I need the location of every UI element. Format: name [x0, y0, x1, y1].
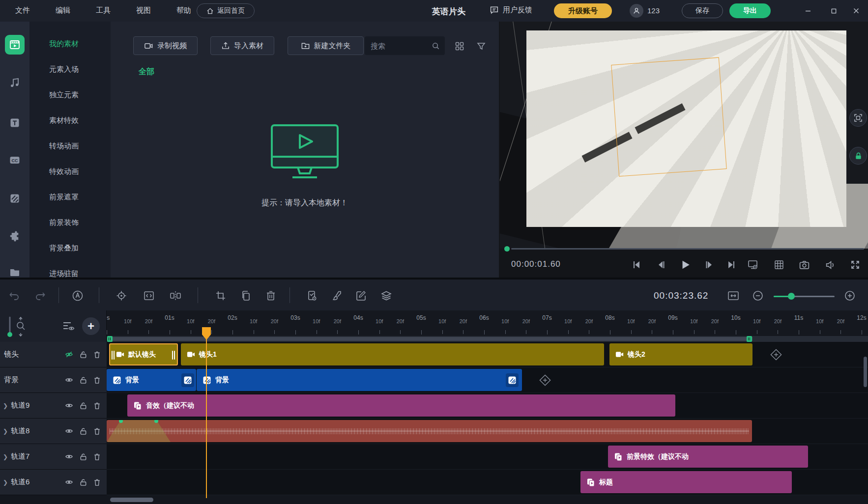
track-header[interactable]: 镜头	[0, 342, 107, 367]
layers-icon[interactable]	[380, 289, 393, 302]
sidebar-item-folder[interactable]	[8, 266, 21, 279]
category-element-entrance[interactable]: 元素入场	[29, 56, 111, 82]
play-button[interactable]	[679, 258, 692, 271]
close-button[interactable]	[850, 5, 862, 17]
timeline-clip[interactable]: 标题	[580, 471, 792, 493]
search-input[interactable]	[370, 41, 432, 51]
selection-outline[interactable]	[611, 57, 726, 177]
timeline-clip[interactable]: 镜头2	[609, 343, 752, 365]
clip-trim-handle[interactable]	[112, 351, 115, 360]
upgrade-account-button[interactable]: 升级账号	[554, 3, 612, 18]
track-expand-chevron[interactable]: ❯	[0, 428, 11, 435]
track-visibility-icon[interactable]	[65, 376, 73, 384]
timeline-pan-strip[interactable]	[107, 336, 868, 342]
redo-icon[interactable]	[34, 289, 47, 302]
account-name[interactable]: 123	[647, 6, 660, 15]
timeline-clip[interactable]: 前景特效（建议不动	[608, 446, 808, 468]
category-transitions[interactable]: 转场动画	[29, 133, 111, 159]
track-lock-icon[interactable]	[80, 453, 87, 461]
export-button[interactable]: 导出	[729, 3, 771, 18]
timeline-clip[interactable]: 音效（建议不动	[127, 394, 675, 417]
track-header[interactable]: ❯ 轨道6	[0, 470, 107, 495]
hscrollbar-thumb[interactable]	[110, 498, 153, 502]
next-frame-button[interactable]	[703, 258, 716, 271]
track-lane[interactable]: 音效（建议不动	[107, 393, 868, 419]
fullscreen-icon[interactable]	[849, 258, 862, 271]
preview-canvas[interactable]	[500, 22, 868, 249]
video-frame[interactable]	[526, 30, 846, 227]
add-keyframe-button[interactable]	[768, 347, 784, 363]
track-expand-chevron[interactable]: ❯	[0, 479, 11, 486]
fade-handle[interactable]	[119, 420, 123, 423]
work-area-start-handle[interactable]	[107, 336, 113, 342]
grid-view-icon[interactable]	[455, 41, 464, 51]
track-expand-chevron[interactable]: ❯	[0, 453, 11, 460]
category-effect-animations[interactable]: 特效动画	[29, 159, 111, 184]
track-delete-icon[interactable]	[93, 478, 101, 486]
sidebar-item-audio[interactable]	[8, 76, 21, 89]
track-header[interactable]: ❯ 轨道7	[0, 444, 107, 470]
menu-tools[interactable]: 工具	[96, 6, 111, 15]
minimize-button[interactable]	[802, 5, 814, 17]
display-settings-icon[interactable]	[747, 258, 759, 271]
track-lane[interactable]	[107, 419, 868, 444]
track-delete-icon[interactable]	[93, 427, 101, 435]
playhead-line[interactable]	[206, 328, 207, 498]
category-background-overlay[interactable]: 背景叠加	[29, 235, 111, 261]
record-video-button[interactable]: 录制视频	[133, 36, 198, 55]
track-lock-icon[interactable]	[80, 351, 87, 359]
split-clip-icon[interactable]	[169, 289, 182, 302]
track-height-slider[interactable]	[6, 315, 31, 338]
track-visibility-icon[interactable]	[65, 478, 73, 486]
add-keyframe-button[interactable]	[537, 372, 553, 388]
avatar[interactable]	[630, 4, 643, 18]
sidebar-item-text[interactable]	[8, 116, 21, 129]
sidebar-item-captions[interactable]: CC	[8, 154, 21, 167]
copy-icon[interactable]	[239, 289, 252, 302]
track-lane[interactable]: 前景特效（建议不动	[107, 444, 868, 470]
track-lock-icon[interactable]	[80, 402, 87, 410]
menu-help[interactable]: 帮助	[176, 6, 191, 15]
vscrollbar-thumb[interactable]	[864, 357, 867, 387]
filter-icon[interactable]	[476, 41, 486, 51]
add-track-button[interactable]: +	[82, 317, 100, 335]
track-visibility-off-icon[interactable]	[65, 350, 73, 359]
transition-badge[interactable]	[181, 373, 194, 387]
work-area-end-handle[interactable]	[747, 336, 752, 342]
fit-timeline-icon[interactable]	[727, 289, 740, 302]
track-visibility-icon[interactable]	[65, 427, 73, 435]
brush-icon[interactable]	[331, 289, 344, 302]
track-lane[interactable]: 标题	[107, 470, 868, 495]
category-foreground-masks[interactable]: 前景遮罩	[29, 184, 111, 210]
maximize-button[interactable]	[828, 5, 839, 17]
work-area-range[interactable]	[113, 337, 752, 341]
clip-trim-handle[interactable]	[172, 351, 175, 360]
undo-icon[interactable]	[8, 289, 21, 302]
save-button[interactable]: 保存	[682, 3, 723, 18]
track-visibility-icon[interactable]	[65, 452, 73, 461]
timeline-clip[interactable]: 镜头1	[181, 343, 604, 365]
track-header[interactable]: ❯ 轨道8	[0, 419, 107, 444]
track-visibility-icon[interactable]	[65, 401, 73, 410]
category-entrance-hold[interactable]: 进场驻留	[29, 261, 111, 278]
transition-badge[interactable]	[506, 373, 519, 387]
snapshot-camera-icon[interactable]	[798, 258, 810, 271]
search-icon[interactable]	[432, 42, 440, 50]
go-to-end-button[interactable]	[725, 258, 738, 271]
timeline-clip[interactable]: 背景	[197, 369, 522, 391]
back-home-button[interactable]: 返回首页	[197, 3, 255, 18]
category-foreground-decor[interactable]: 前景装饰	[29, 210, 111, 235]
sidebar-item-media-library[interactable]	[5, 35, 25, 55]
grid-overlay-icon[interactable]	[773, 258, 785, 271]
track-target-icon[interactable]	[115, 289, 128, 302]
timeline-ruler[interactable]: 0s10f20f01s10f20f02s10f20f03s10f20f04s10…	[107, 310, 868, 336]
seekbar-progress-dot[interactable]	[504, 246, 510, 252]
volume-icon[interactable]	[824, 258, 837, 271]
track-delete-icon[interactable]	[93, 376, 101, 384]
edit-icon[interactable]	[355, 289, 368, 302]
feedback-button[interactable]: 用户反馈	[490, 5, 532, 15]
track-manager-icon[interactable]	[62, 320, 76, 332]
filter-tab-all[interactable]: 全部	[139, 67, 154, 77]
go-to-start-button[interactable]	[630, 258, 643, 271]
delete-icon[interactable]	[264, 289, 277, 302]
